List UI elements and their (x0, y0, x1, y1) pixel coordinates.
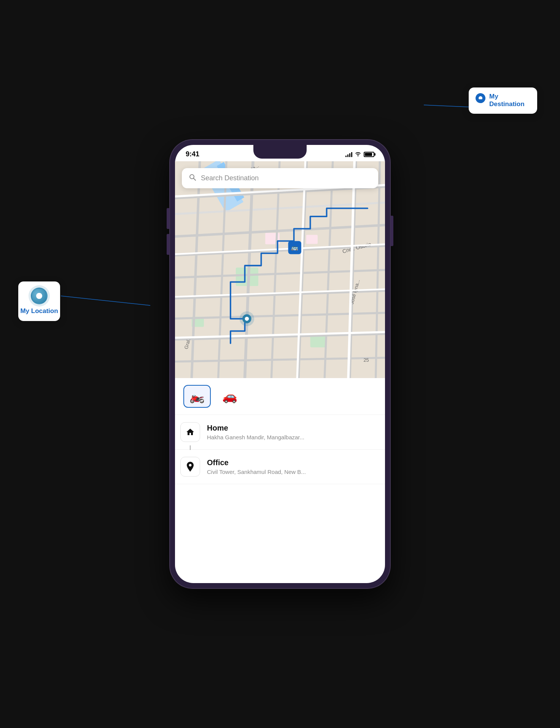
map-svg: Cnel. Osorio José Igna... Gral. 25 Varn.… (175, 161, 385, 378)
office-subtitle: Civil Tower, Sankhamul Road, New B... (207, 469, 378, 475)
search-bar[interactable]: Search Destination (182, 168, 378, 188)
vehicle-selector: 🏍️ 🚗 (175, 378, 385, 415)
signal-bar-2 (347, 154, 348, 157)
my-location-label: My Location (20, 307, 58, 315)
my-destination-callout: My Destination (469, 87, 537, 114)
phone-frame: 9:41 (170, 140, 390, 588)
volume-down-button[interactable] (167, 234, 170, 255)
my-location-dot-icon (31, 288, 48, 304)
svg-rect-12 (306, 235, 318, 244)
office-icon (180, 457, 200, 477)
home-icon-box (175, 415, 205, 449)
motorcycle-emoji: 🏍️ (189, 389, 205, 404)
bottom-panel: 🏍️ 🚗 (175, 378, 385, 492)
page-wrapper: My Location My Destination (0, 0, 560, 728)
office-title: Office (207, 458, 378, 467)
my-location-callout: My Location (18, 281, 60, 321)
vehicle-motorcycle[interactable]: 🏍️ (183, 385, 211, 408)
destination-pin-icon (476, 93, 485, 108)
office-text-area: Office Civil Tower, Sankhamul Road, New … (205, 451, 385, 482)
status-time: 9:41 (186, 150, 199, 158)
signal-bar-1 (345, 156, 347, 157)
svg-point-47 (245, 317, 249, 321)
list-item[interactable]: Office Civil Tower, Sankhamul Road, New … (175, 450, 385, 484)
svg-line-3 (61, 296, 150, 305)
svg-line-49 (194, 178, 196, 181)
home-title: Home (207, 424, 378, 432)
battery-icon (364, 152, 374, 157)
home-icon (180, 422, 200, 442)
vehicle-car[interactable]: 🚗 (216, 385, 243, 408)
status-icons (345, 151, 374, 157)
home-text-area: Home Hakha Ganesh Mandir, Mangalbazar... (205, 417, 385, 447)
signal-bar-3 (349, 153, 350, 157)
signal-bar-4 (351, 152, 352, 157)
home-subtitle: Hakha Ganesh Mandir, Mangalbazar... (207, 434, 378, 440)
signal-icon (345, 152, 352, 157)
my-location-connector (59, 285, 158, 315)
search-placeholder-text: Search Destination (201, 174, 259, 182)
search-icon (189, 173, 196, 183)
svg-text:🚌: 🚌 (291, 244, 298, 251)
volume-up-button[interactable] (167, 208, 170, 229)
map-area[interactable]: Cnel. Osorio José Igna... Gral. 25 Varn.… (175, 161, 385, 378)
phone-screen: 9:41 (175, 145, 385, 583)
my-destination-label: My Destination (489, 93, 530, 108)
list-item[interactable]: Home Hakha Ganesh Mandir, Mangalbazar... (175, 415, 385, 450)
office-icon-box (175, 450, 205, 484)
svg-text:25: 25 (363, 357, 369, 363)
car-emoji: 🚗 (222, 389, 237, 404)
wifi-icon (355, 151, 361, 157)
phone-notch (253, 145, 307, 159)
location-list: Home Hakha Ganesh Mandir, Mangalbazar... (175, 415, 385, 492)
power-button[interactable] (390, 216, 393, 246)
battery-fill (365, 153, 372, 156)
